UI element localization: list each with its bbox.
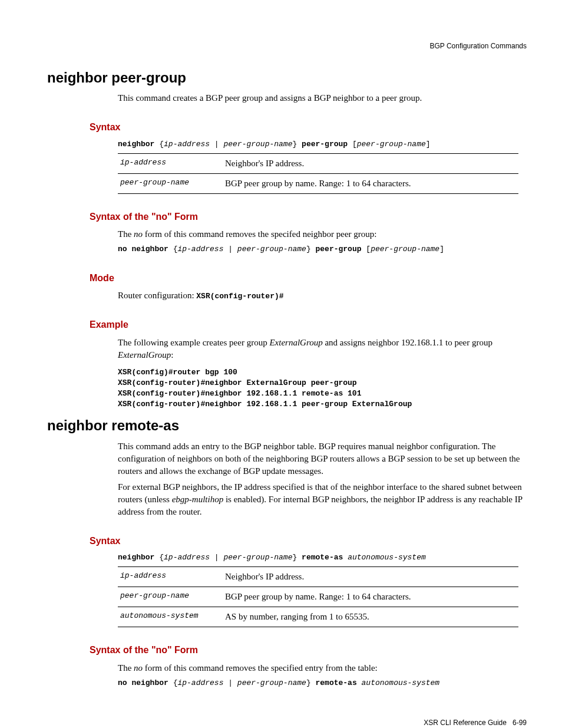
footer-page: 6-99	[513, 719, 527, 727]
syntax-arg: peer-group-name	[371, 245, 439, 253]
ebgp-italic: ebgp-multihop	[172, 495, 224, 504]
example-group: ExternalGroup	[269, 338, 322, 347]
syntax-arg: peer-group-name	[237, 245, 306, 253]
mode-line: Router configuration: XSR(config-router)…	[118, 289, 527, 302]
param-table: ip-address Neighbor's IP address. peer-g…	[118, 566, 518, 627]
syntax-brace: {	[154, 140, 164, 149]
no-syntax-line: no neighbor {ip-address | peer-group-nam…	[118, 678, 527, 689]
mode-heading: Mode	[90, 272, 527, 285]
table-row: ip-address Neighbor's IP address.	[118, 567, 518, 587]
syntax-brace: }	[292, 140, 302, 149]
command-desc2: For external BGP neighbors, the IP addre…	[118, 481, 527, 518]
no-form-desc: The no form of this command removes the …	[118, 662, 527, 674]
text: The following example creates peer group	[118, 338, 269, 347]
syntax-arg: ip-address	[177, 245, 223, 253]
syntax-arg: peer-group-name	[223, 553, 292, 562]
param-name: peer-group-name	[118, 173, 223, 193]
syntax-brace: {	[168, 245, 178, 253]
text: The	[118, 663, 134, 673]
syntax-kw: neighbor	[118, 140, 154, 149]
syntax-pipe: |	[223, 245, 237, 253]
command-desc: This command creates a BGP peer group an…	[118, 92, 527, 104]
syntax-arg: autonomous-system	[348, 553, 426, 562]
syntax-arg: autonomous-system	[362, 678, 440, 687]
param-desc: Neighbor's IP address.	[223, 153, 518, 173]
param-desc: BGP peer group by name. Range: 1 to 64 c…	[223, 173, 518, 193]
no-italic: no	[134, 663, 143, 673]
example-heading: Example	[90, 318, 527, 331]
syntax-brace: }	[292, 553, 302, 562]
no-form-heading: Syntax of the "no" Form	[90, 644, 527, 657]
syntax-arg: peer-group-name	[357, 140, 426, 149]
no-italic: no	[134, 229, 143, 239]
param-name: peer-group-name	[118, 587, 223, 607]
command-title-peer-group: neighbor peer-group	[47, 68, 527, 88]
syntax-arg: peer-group-name	[237, 678, 306, 687]
syntax-bracket: ]	[426, 140, 431, 149]
table-row: peer-group-name BGP peer group by name. …	[118, 587, 518, 607]
example-desc: The following example creates peer group…	[118, 337, 527, 361]
syntax-bracket: ]	[439, 245, 444, 253]
no-form-heading: Syntax of the "no" Form	[90, 210, 527, 223]
syntax-kw: remote-as	[316, 678, 357, 687]
command-desc: This command adds an entry to the BGP ne…	[118, 440, 527, 477]
syntax-arg: ip-address	[164, 140, 210, 149]
syntax-brace: {	[154, 553, 164, 562]
param-desc: AS by number, ranging from 1 to 65535.	[223, 607, 518, 627]
syntax-arg: peer-group-name	[223, 140, 292, 149]
syntax-pipe: |	[210, 553, 223, 562]
param-desc: BGP peer group by name. Range: 1 to 64 c…	[223, 587, 518, 607]
syntax-kw: peer-group	[316, 245, 362, 253]
no-form-desc: The no form of this command removes the …	[118, 228, 527, 241]
syntax-kw: remote-as	[302, 553, 343, 562]
table-row: peer-group-name BGP peer group by name. …	[118, 173, 518, 193]
syntax-line: neighbor {ip-address | peer-group-name} …	[118, 552, 527, 563]
syntax-heading: Syntax	[90, 121, 527, 134]
mode-pre: Router configuration:	[118, 291, 196, 300]
syntax-heading: Syntax	[90, 535, 527, 548]
page-section-header: BGP Configuration Commands	[47, 41, 527, 51]
page-footer: XSR CLI Reference Guide 6-99	[47, 718, 527, 728]
syntax-kw: peer-group	[302, 140, 348, 149]
syntax-brace: }	[306, 245, 316, 253]
syntax-arg: ip-address	[164, 553, 210, 562]
syntax-space	[343, 553, 348, 562]
syntax-space	[357, 678, 362, 687]
syntax-pipe: |	[210, 140, 223, 149]
mode-prompt: XSR(config-router)#	[196, 292, 283, 301]
example-group: ExternalGroup	[118, 350, 171, 360]
syntax-brace: }	[306, 678, 316, 687]
syntax-bracket: [	[362, 245, 371, 253]
text: :	[171, 350, 173, 360]
param-name: autonomous-system	[118, 607, 223, 627]
footer-book: XSR CLI Reference Guide	[424, 719, 507, 727]
syntax-brace: {	[168, 678, 178, 687]
text: form of this command removes the specifi…	[143, 663, 378, 673]
table-row: autonomous-system AS by number, ranging …	[118, 607, 518, 627]
syntax-pipe: |	[223, 678, 237, 687]
syntax-kw: neighbor	[118, 553, 154, 562]
syntax-kw: no neighbor	[118, 678, 168, 687]
no-syntax-line: no neighbor {ip-address | peer-group-nam…	[118, 244, 527, 255]
syntax-kw: no neighbor	[118, 245, 168, 253]
param-desc: Neighbor's IP address.	[223, 567, 518, 587]
example-code: XSR(config)#router bgp 100 XSR(config-ro…	[118, 367, 527, 410]
syntax-arg: ip-address	[177, 678, 223, 687]
command-title-remote-as: neighbor remote-as	[47, 416, 527, 436]
param-name: ip-address	[118, 567, 223, 587]
text: and assigns neighbor 192.168.1.1 to peer…	[323, 338, 492, 347]
text: The	[118, 229, 134, 239]
syntax-bracket: [	[348, 140, 357, 149]
table-row: ip-address Neighbor's IP address.	[118, 153, 518, 173]
text: form of this command removes the specife…	[143, 229, 376, 239]
param-name: ip-address	[118, 153, 223, 173]
syntax-line: neighbor {ip-address | peer-group-name} …	[118, 139, 527, 150]
param-table: ip-address Neighbor's IP address. peer-g…	[118, 153, 518, 194]
